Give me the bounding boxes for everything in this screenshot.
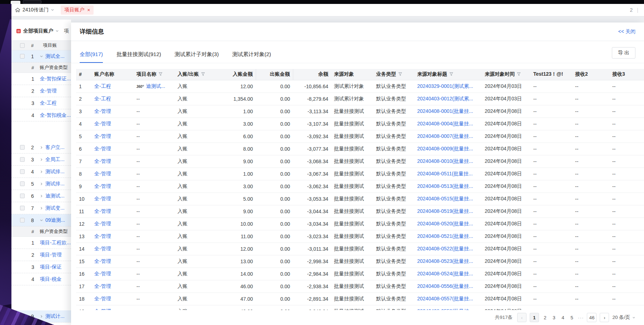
source_title-link[interactable]: 20240408-0515(批量挂... <box>417 196 473 201</box>
source_title-link[interactable]: 20240408-0007(批量挂... <box>417 133 473 139</box>
filter-icon[interactable] <box>398 71 402 77</box>
table-row[interactable]: 14全-管理--入账12.000.00-3,011.34批量挂接测试默认业务类型… <box>76 242 644 255</box>
col-header-balance[interactable]: 余额 <box>293 69 331 80</box>
table-row[interactable]: 19全-管理--入账48.000.00-2,843.34批量挂接测试默认业务类型… <box>76 305 644 310</box>
chevron-right-icon[interactable] <box>40 206 44 210</box>
project-account-link[interactable]: 测试排... <box>45 169 65 175</box>
col-header-source_title[interactable]: 来源对象标题 <box>414 69 482 80</box>
sidebar-account-row[interactable]: 1测试全... <box>11 50 71 62</box>
project-account-link[interactable]: 全局工... <box>45 156 65 163</box>
col-header-amount_out[interactable]: 出账金额 <box>256 69 293 80</box>
source_title-link[interactable]: 20240403-0012(测试累... <box>417 96 473 101</box>
360-view-icon[interactable]: 360° <box>136 85 144 89</box>
col-header-amount_in[interactable]: 入账金额 <box>216 69 256 80</box>
source_title-link[interactable]: 20240329-0001(测试累... <box>417 83 473 89</box>
page-button-3[interactable]: 3 <box>551 315 557 320</box>
last-page-button[interactable]: 46 <box>587 313 596 322</box>
panel-tab[interactable]: 批量挂接测试(912) <box>116 51 161 63</box>
table-row[interactable]: 1全-工程360°迪测试...入账12.000.00-10,856.64测试累计… <box>76 80 644 92</box>
source_title-link[interactable]: 20240408-0523(批量挂... <box>417 258 473 264</box>
sidebar-account-row[interactable]: 2客户立... <box>11 141 71 154</box>
tab-count[interactable]: 2 <box>630 7 633 13</box>
account-link[interactable]: 全-管理 <box>94 233 111 239</box>
source_title-link[interactable]: 20240408-0001(批量挂... <box>417 108 473 114</box>
table-row[interactable]: 12全-管理--入账10.000.00-3,034.34批量挂接测试默认业务类型… <box>76 218 644 230</box>
chevron-right-icon[interactable] <box>40 146 44 149</box>
table-row[interactable]: 4全-管理--入账3.000.00-3,107.34批量挂接测试默认业务类型20… <box>76 118 644 130</box>
table-row[interactable]: 10全-管理--入账5.000.00-3,053.34批量挂接测试默认业务类型2… <box>76 192 644 205</box>
tab-project-account[interactable]: 项目账户 × <box>61 5 94 15</box>
source_title-link[interactable]: 20240408-0520(批量挂... <box>417 221 473 226</box>
fund-type-row[interactable]: 4全-暂扣税金... <box>11 109 71 121</box>
sidebar-account-row[interactable]: 809迪测... <box>11 214 71 226</box>
page-button-1[interactable]: 1 <box>530 313 539 322</box>
row-checkbox[interactable] <box>20 181 25 186</box>
table-row[interactable]: 15全-管理--入账13.000.00-2,998.34批量挂接测试默认业务类型… <box>76 255 644 268</box>
row-checkbox[interactable] <box>20 169 25 174</box>
account-link[interactable]: 全-管理 <box>94 158 111 164</box>
fund-type-link[interactable]: 项目-管理 <box>40 252 62 258</box>
chevron-right-icon[interactable] <box>40 315 44 318</box>
col-header-test123[interactable]: Test123！@! <box>530 69 572 80</box>
account-link[interactable]: 全-管理 <box>94 271 111 276</box>
source_title-link[interactable]: 20240408-0009(批量挂... <box>417 146 473 151</box>
page-button-4[interactable]: 4 <box>560 315 566 320</box>
project-account-link[interactable]: 测试排... <box>45 181 65 187</box>
prev-page-button[interactable]: ‹ <box>517 313 526 322</box>
filter-icon[interactable] <box>159 71 163 77</box>
row-checkbox[interactable] <box>20 206 25 210</box>
table-row[interactable]: 2全-工程--入账1,354.000.00-8,279.64测试累计对象默认业务… <box>76 92 644 105</box>
col-header-source[interactable]: 来源对象 <box>331 69 373 80</box>
project-account-link[interactable]: 客户立... <box>45 144 65 151</box>
table-row[interactable]: 11全-管理--入账9.000.00-3,044.34批量挂接测试默认业务类型2… <box>76 205 644 218</box>
project-account-link[interactable]: 迪测试... <box>45 193 65 199</box>
collapse-panel-button[interactable]: << 关闭 <box>618 29 635 35</box>
table-row[interactable]: 5全-管理--入账6.000.00-3,092.34批量挂接测试默认业务类型20… <box>76 130 644 142</box>
sidebar-account-row[interactable]: 6迪测试... <box>11 190 71 202</box>
filter-icon[interactable] <box>201 71 205 77</box>
sidebar-account-row[interactable]: 5测试排... <box>11 178 71 190</box>
source_title-link[interactable]: 20240408-0557(批量挂... <box>417 296 473 301</box>
table-row[interactable]: 16全-管理--入账14.000.00-2,984.34批量挂接测试默认业务类型… <box>76 268 644 280</box>
chevron-right-icon[interactable] <box>40 194 44 198</box>
account-link[interactable]: 全-管理 <box>94 146 111 151</box>
account-link[interactable]: 全-管理 <box>94 283 111 289</box>
sidebar-account-row[interactable]: 4测试排... <box>11 166 71 178</box>
source_title-link[interactable]: 20240408-0513(批量挂... <box>417 183 473 189</box>
account-link[interactable]: 全-管理 <box>94 258 111 264</box>
source_title-link[interactable]: 20240408-0522(批量挂... <box>417 246 473 251</box>
chevron-right-icon[interactable] <box>40 158 44 161</box>
project-link[interactable]: 迪测试... <box>146 83 165 89</box>
account-link[interactable]: 全-管理 <box>94 208 111 214</box>
fund-type-row[interactable]: 1全-暂扣保证... <box>11 73 71 85</box>
close-icon[interactable]: × <box>87 8 90 12</box>
col-header-biz_type[interactable]: 业务类型 <box>373 69 414 80</box>
chevron-down-icon[interactable] <box>40 55 44 58</box>
table-row[interactable]: 6全-管理--入账8.000.00-3,077.34批量挂接测试默认业务类型20… <box>76 142 644 155</box>
fund-type-row[interactable]: 1项目-工程款... <box>11 237 71 249</box>
table-row[interactable]: 9全-管理--入账3.000.00-3,062.34批量挂接测试默认业务类型20… <box>76 180 644 192</box>
source_title-link[interactable]: 20240408-0556(批量挂... <box>417 283 473 289</box>
export-button[interactable]: 导 出 <box>612 47 635 59</box>
source_title-link[interactable]: 20240408-0521(批量挂... <box>417 233 473 239</box>
chevron-right-icon[interactable] <box>40 182 44 186</box>
next-page-button[interactable]: › <box>600 313 609 322</box>
account-link[interactable]: 全-管理 <box>94 133 111 139</box>
panel-tab[interactable]: 测试累计子对象(3) <box>175 51 219 63</box>
source_title-link[interactable]: 20240408-0004(批量挂... <box>417 121 473 126</box>
account-link[interactable]: 全-管理 <box>94 196 111 201</box>
sidebar-account-row[interactable]: 7测试变... <box>11 202 71 214</box>
col-header-source_date[interactable]: 来源对象时间 <box>482 69 530 80</box>
fund-type-row[interactable]: 2全-管理 <box>11 85 71 97</box>
chevron-down-icon[interactable] <box>55 29 59 33</box>
account-link[interactable]: 全-管理 <box>94 246 111 251</box>
col-header-recv3[interactable]: 接收3 <box>609 69 644 80</box>
col-header-account[interactable]: 账户名称 <box>91 69 134 80</box>
table-row[interactable]: 17全-管理--入账46.000.00-2,938.34批量挂接测试默认业务类型… <box>76 280 644 292</box>
filter-icon[interactable] <box>517 71 521 77</box>
filter-icon[interactable] <box>449 71 453 77</box>
page-size-select[interactable]: 20 条/页 <box>612 314 635 321</box>
project-account-link[interactable]: 09迪测... <box>45 217 65 224</box>
table-row[interactable]: 13全-管理--入账11.000.00-3,023.34批量挂接测试默认业务类型… <box>76 230 644 242</box>
col-header-project[interactable]: 项目名称 <box>134 69 175 80</box>
